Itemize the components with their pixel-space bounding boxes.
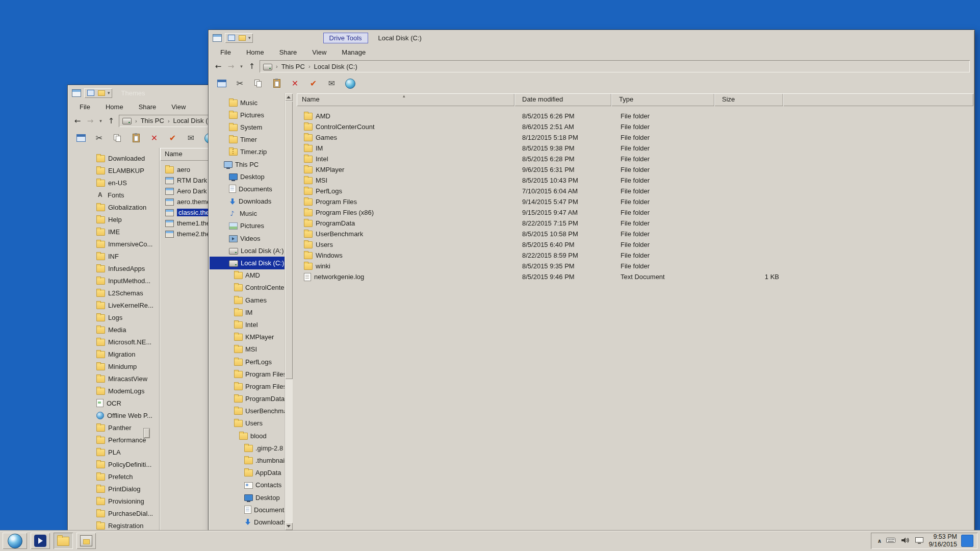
volume-icon[interactable]	[900, 535, 910, 547]
nav-item[interactable]: .gimp-2.8	[210, 442, 285, 454]
file-row[interactable]: Users 8/5/2015 6:40 PM File folder	[297, 239, 973, 250]
breadcrumb-root[interactable]: This PC	[281, 63, 305, 70]
delete-button[interactable]	[288, 77, 302, 90]
nav-item[interactable]: Desktop	[210, 170, 285, 183]
nav-item[interactable]: Program Files (...	[210, 380, 285, 392]
file-row[interactable]: Windows 8/22/2015 8:59 PM File folder	[297, 250, 973, 261]
tree-item[interactable]: InfusedApps	[69, 262, 159, 274]
nav-item[interactable]: .thumbnails	[210, 454, 285, 466]
nav-item[interactable]: AppData	[210, 467, 285, 479]
copy-button[interactable]	[111, 131, 124, 145]
tree-item[interactable]: PrintDialog	[69, 483, 159, 495]
nav-item[interactable]: System	[210, 121, 285, 133]
ribbon-tab[interactable]: View	[164, 103, 193, 111]
file-row[interactable]: Program Files 9/14/2015 5:47 PM File fol…	[297, 196, 973, 207]
ribbon-tab[interactable]: View	[304, 48, 334, 56]
column-header-date-modified[interactable]: Date modified	[514, 93, 611, 106]
nav-item[interactable]: Downloads	[210, 516, 285, 528]
tree-item[interactable]: IME	[69, 226, 159, 238]
ribbon-tab[interactable]: Share	[272, 48, 305, 56]
up-button[interactable]: ↑	[247, 62, 257, 71]
tree-item[interactable]: Migration	[69, 348, 159, 360]
tree-item[interactable]: Help	[69, 213, 159, 226]
scrollbar-thumb[interactable]	[285, 101, 293, 379]
network-icon[interactable]	[914, 535, 924, 547]
tree-item[interactable]: ELAMBKUP	[69, 164, 159, 177]
nav-item[interactable]: Local Disk (A:)	[210, 244, 285, 257]
tree-item[interactable]: InputMethod...	[69, 274, 159, 287]
apply-button[interactable]	[166, 131, 179, 145]
address-field[interactable]: › This PC › Local Disk (C:)	[260, 60, 970, 72]
recent-locations-chevron-icon[interactable]: ▾	[239, 64, 244, 69]
taskbar-app-3[interactable]	[76, 533, 96, 549]
nav-item[interactable]: Music	[210, 208, 285, 220]
tree-scrollbar-thumb[interactable]	[143, 428, 150, 438]
file-row[interactable]: networkgenie.log 8/5/2015 9:46 PM Text D…	[297, 271, 973, 282]
mail-button[interactable]	[184, 131, 198, 145]
nav-item[interactable]: Pictures	[210, 220, 285, 232]
tree-item[interactable]: INF	[69, 250, 159, 262]
scroll-down-button[interactable]	[285, 522, 293, 530]
nav-item[interactable]: Videos	[210, 232, 285, 244]
tree-item[interactable]: Provisioning	[69, 495, 159, 507]
taskbar-clock[interactable]: 9:53 PM 9/16/2015	[929, 533, 957, 548]
nav-item[interactable]: AMD	[210, 269, 285, 282]
mail-button[interactable]	[325, 77, 339, 90]
nav-item[interactable]: UserBenchmar...	[210, 405, 285, 417]
file-row[interactable]: Intel 8/5/2015 6:28 PM File folder	[297, 154, 973, 164]
nav-item[interactable]: Documents	[210, 183, 285, 195]
paste-button[interactable]	[129, 131, 143, 145]
cut-button[interactable]	[92, 131, 106, 145]
tree-item[interactable]: Downloaded	[69, 152, 159, 164]
nav-item[interactable]: This PC	[210, 158, 285, 170]
taskbar-app-file-explorer[interactable]	[54, 533, 73, 549]
file-row[interactable]: AMD 8/5/2015 6:26 PM File folder	[297, 111, 973, 121]
show-hidden-icons-chevron[interactable]: ∧	[877, 538, 882, 544]
nav-item[interactable]: ProgramData	[210, 393, 285, 405]
qat-customize-chevron-icon[interactable]: ▾	[108, 90, 110, 95]
back-button[interactable]: ←	[72, 116, 83, 126]
up-button[interactable]: ↑	[106, 116, 116, 126]
file-row[interactable]: KMPlayer 9/6/2015 6:31 PM File folder	[297, 164, 973, 175]
recent-locations-chevron-icon[interactable]: ▾	[98, 118, 104, 123]
nav-item[interactable]: Users	[210, 417, 285, 430]
tree-item[interactable]: Registration	[69, 519, 159, 530]
ribbon-tab[interactable]: Home	[239, 48, 272, 56]
tree-item[interactable]: ModemLogs	[69, 385, 159, 397]
start-button[interactable]	[3, 533, 27, 549]
nav-item[interactable]: Downloads	[210, 195, 285, 208]
file-row[interactable]: PerfLogs 7/10/2015 6:04 AM File folder	[297, 186, 973, 196]
tray-blue-tile[interactable]	[961, 535, 973, 547]
ribbon-tab[interactable]: Home	[98, 103, 131, 111]
pane-divider[interactable]	[159, 148, 160, 530]
nav-item[interactable]: Contacts	[210, 479, 285, 491]
tree-item[interactable]: PurchaseDial...	[69, 507, 159, 519]
nav-scrollbar[interactable]	[285, 93, 293, 530]
properties-button[interactable]	[74, 131, 88, 145]
apply-button[interactable]	[306, 77, 320, 90]
nav-item[interactable]: Documents	[210, 504, 285, 516]
forward-button[interactable]: →	[85, 116, 95, 126]
tree-item[interactable]: Fonts	[69, 189, 159, 201]
file-row[interactable]: Program Files (x86) 9/15/2015 9:47 AM Fi…	[297, 207, 973, 218]
tree-item[interactable]: Offline Web P...	[69, 409, 159, 421]
tree-item[interactable]: MiracastView	[69, 372, 159, 385]
ribbon-tab[interactable]: File	[213, 48, 239, 56]
tree-item[interactable]: Logs	[69, 311, 159, 323]
taskbar-app-media-player[interactable]	[31, 533, 50, 549]
file-row[interactable]: ProgramData 8/22/2015 7:15 PM File folde…	[297, 218, 973, 229]
file-row[interactable]: ControlCenterCount 8/6/2015 2:51 AM File…	[297, 121, 973, 132]
scroll-up-button[interactable]	[285, 93, 293, 101]
qat-properties-button[interactable]	[227, 34, 236, 42]
qat-new-folder-button[interactable]	[97, 89, 106, 97]
tree-item[interactable]: Prefetch	[69, 470, 159, 483]
nav-item[interactable]: PerfLogs	[210, 356, 285, 368]
nav-item[interactable]: Pictures	[210, 109, 285, 121]
tree-item[interactable]: PLA	[69, 446, 159, 458]
column-header-name[interactable]: Name ▴	[297, 93, 514, 106]
qat-properties-button[interactable]	[86, 89, 95, 97]
ribbon-tab[interactable]: File	[72, 103, 98, 111]
properties-button[interactable]	[215, 77, 228, 90]
file-row[interactable]: winki 8/5/2015 9:35 PM File folder	[297, 261, 973, 271]
nav-item[interactable]: blood	[210, 430, 285, 442]
